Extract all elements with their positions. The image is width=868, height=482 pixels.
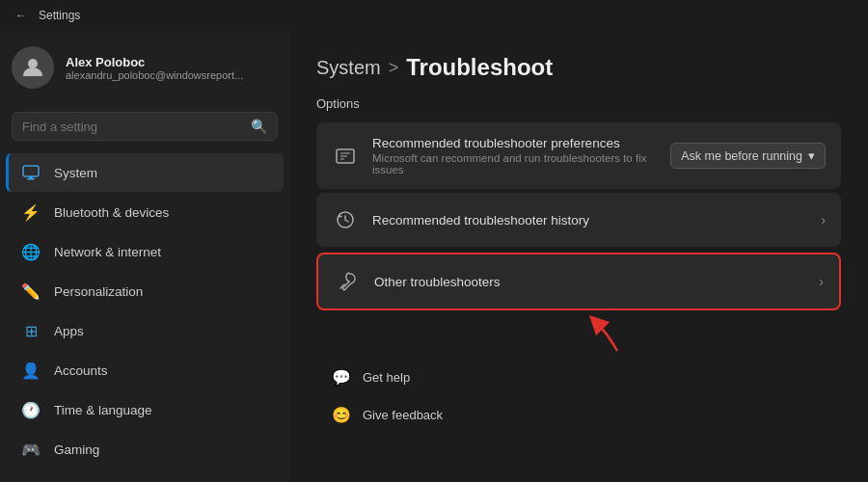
chevron-right-icon: › bbox=[821, 212, 826, 228]
card-title-recommended-history: Recommended troubleshooter history bbox=[372, 213, 807, 228]
card-row-recommended-history[interactable]: Recommended troubleshooter history › bbox=[316, 193, 841, 247]
sidebar-item-network[interactable]: 🌐 Network & internet bbox=[6, 232, 284, 271]
chevron-right-icon-2: › bbox=[819, 274, 824, 289]
card-row-recommended-prefs[interactable]: Recommended troubleshooter preferences M… bbox=[316, 122, 841, 189]
user-info: Alex Poloboc alexandru_poloboc@windowsre… bbox=[66, 55, 243, 81]
main-layout: Alex Poloboc alexandru_poloboc@windowsre… bbox=[0, 31, 868, 482]
card-recommended-prefs: Recommended troubleshooter preferences M… bbox=[316, 122, 841, 189]
search-input[interactable] bbox=[22, 120, 243, 134]
apps-icon: ⊞ bbox=[21, 321, 41, 340]
sidebar-item-apps-label: Apps bbox=[54, 324, 84, 338]
sidebar-item-gaming-label: Gaming bbox=[54, 442, 99, 457]
sidebar-item-time[interactable]: 🕐 Time & language bbox=[6, 390, 284, 429]
breadcrumb-parent: System bbox=[316, 57, 381, 79]
card-row-other-troubleshooters[interactable]: Other troubleshooters › bbox=[318, 254, 839, 308]
content-area: System > Troubleshoot Options Recommende… bbox=[289, 31, 868, 482]
history-icon bbox=[332, 206, 359, 233]
give-feedback-link[interactable]: 😊 Give feedback bbox=[316, 398, 841, 432]
search-icon: 🔍 bbox=[251, 119, 267, 134]
card-text-recommended-prefs: Recommended troubleshooter preferences M… bbox=[372, 136, 657, 175]
gaming-icon: 🎮 bbox=[21, 440, 41, 459]
sidebar-item-gaming[interactable]: 🎮 Gaming bbox=[6, 430, 284, 469]
svg-rect-1 bbox=[23, 166, 39, 176]
accounts-icon: 👤 bbox=[21, 361, 41, 380]
sidebar: Alex Poloboc alexandru_poloboc@windowsre… bbox=[0, 31, 289, 482]
network-icon: 🌐 bbox=[21, 242, 41, 261]
sidebar-item-system-label: System bbox=[54, 166, 97, 180]
user-profile: Alex Poloboc alexandru_poloboc@windowsre… bbox=[0, 31, 289, 104]
wrench-icon bbox=[334, 268, 361, 295]
card-action-recommended-prefs: Ask me before running ▾ bbox=[670, 143, 826, 169]
sidebar-item-bluetooth-label: Bluetooth & devices bbox=[54, 205, 169, 220]
get-help-label: Get help bbox=[363, 370, 410, 385]
chevron-down-icon: ▾ bbox=[808, 148, 815, 163]
sidebar-item-time-label: Time & language bbox=[54, 403, 152, 417]
bluetooth-icon: ⚡ bbox=[21, 202, 41, 222]
red-arrow bbox=[579, 314, 637, 353]
sidebar-item-accounts[interactable]: 👤 Accounts bbox=[6, 351, 284, 389]
svg-rect-2 bbox=[27, 178, 35, 180]
user-email: alexandru_poloboc@windowsreport... bbox=[66, 69, 243, 81]
give-feedback-label: Give feedback bbox=[363, 408, 443, 422]
time-icon: 🕐 bbox=[21, 400, 41, 419]
search-box[interactable]: 🔍 bbox=[12, 112, 278, 141]
system-icon bbox=[21, 163, 41, 182]
breadcrumb: System > Troubleshoot bbox=[316, 54, 841, 81]
sidebar-item-personalization[interactable]: ✏️ Personalization bbox=[6, 272, 284, 310]
troubleshooter-prefs-icon bbox=[332, 143, 359, 170]
breadcrumb-current: Troubleshoot bbox=[406, 54, 553, 81]
sidebar-item-network-label: Network & internet bbox=[54, 245, 161, 259]
card-desc-recommended-prefs: Microsoft can recommend and run troubles… bbox=[372, 152, 657, 175]
card-other-troubleshooters: Other troubleshooters › bbox=[316, 253, 841, 310]
sidebar-item-bluetooth[interactable]: ⚡ Bluetooth & devices bbox=[6, 193, 284, 231]
svg-point-0 bbox=[28, 59, 38, 68]
breadcrumb-separator: > bbox=[389, 58, 399, 78]
sidebar-item-apps[interactable]: ⊞ Apps bbox=[6, 311, 284, 350]
section-label: Options bbox=[316, 96, 841, 111]
sidebar-item-system[interactable]: System bbox=[6, 153, 284, 192]
card-title-other-troubleshooters: Other troubleshooters bbox=[374, 275, 805, 289]
card-recommended-history: Recommended troubleshooter history › bbox=[316, 193, 841, 247]
titlebar: ← Settings bbox=[0, 0, 868, 31]
get-help-link[interactable]: 💬 Get help bbox=[316, 361, 841, 394]
titlebar-title: Settings bbox=[39, 9, 80, 22]
dropdown-label: Ask me before running bbox=[681, 149, 802, 163]
avatar bbox=[12, 46, 54, 89]
card-title-recommended-prefs: Recommended troubleshooter preferences bbox=[372, 136, 657, 150]
arrow-annotation bbox=[374, 314, 841, 353]
footer-links: 💬 Get help 😊 Give feedback bbox=[316, 361, 841, 432]
back-button[interactable]: ← bbox=[12, 6, 31, 25]
svg-rect-3 bbox=[29, 176, 33, 178]
sidebar-item-accounts-label: Accounts bbox=[54, 363, 108, 378]
user-name: Alex Poloboc bbox=[66, 55, 243, 69]
get-help-icon: 💬 bbox=[332, 368, 351, 387]
sidebar-item-personalization-label: Personalization bbox=[54, 284, 143, 299]
card-text-other-troubleshooters: Other troubleshooters bbox=[374, 275, 805, 289]
card-text-recommended-history: Recommended troubleshooter history bbox=[372, 213, 807, 228]
personalization-icon: ✏️ bbox=[21, 281, 41, 301]
ask-before-running-dropdown[interactable]: Ask me before running ▾ bbox=[670, 143, 826, 169]
give-feedback-icon: 😊 bbox=[332, 406, 351, 424]
nav-list: System ⚡ Bluetooth & devices 🌐 Network &… bbox=[0, 152, 289, 469]
